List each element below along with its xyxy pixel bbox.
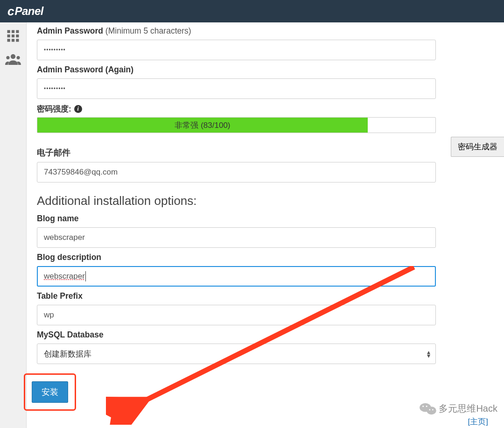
blog-description-field[interactable]: webscraper <box>37 266 436 287</box>
svg-rect-0 <box>7 30 10 33</box>
additional-options-title: Additional installation options: <box>37 194 436 208</box>
admin-password-label: Admin Password (Minimum 5 characters) <box>37 26 436 36</box>
admin-password-again-field[interactable] <box>37 78 436 99</box>
email-field[interactable] <box>37 162 436 182</box>
watermark: 多元思维Hack <box>419 402 497 415</box>
left-sidebar <box>0 22 27 428</box>
logo-mark: c <box>7 4 14 19</box>
password-strength-label-row: 密码强度: i <box>37 104 436 114</box>
svg-rect-1 <box>12 30 14 33</box>
mysql-database-select[interactable]: 创建新数据库 ▴▾ <box>37 344 436 364</box>
password-strength-fill: 非常强 (83/100) <box>37 118 368 133</box>
footer-link-text: 主页 <box>470 417 486 426</box>
svg-rect-7 <box>12 39 14 42</box>
info-icon[interactable]: i <box>74 105 82 113</box>
users-icon[interactable] <box>5 52 21 66</box>
password-strength-bar: 非常强 (83/100) <box>37 117 436 133</box>
wechat-icon <box>419 402 435 415</box>
password-generator-button[interactable]: 密码生成器 <box>451 137 504 157</box>
label-text: Admin Password <box>37 26 103 35</box>
svg-point-14 <box>427 407 437 414</box>
svg-rect-5 <box>16 35 19 37</box>
svg-rect-3 <box>7 35 10 37</box>
logo-text: Panel <box>14 5 43 18</box>
blog-name-label: Blog name <box>37 214 436 224</box>
password-generator-button-wrap: 密码生成器 <box>451 137 504 157</box>
svg-point-15 <box>423 406 424 407</box>
blog-name-field[interactable] <box>37 227 436 248</box>
svg-point-10 <box>6 56 9 59</box>
chevron-updown-icon: ▴▾ <box>427 350 430 358</box>
table-prefix-field[interactable] <box>37 305 436 325</box>
watermark-text: 多元思维Hack <box>439 402 497 415</box>
label-hint: (Minimum 5 characters) <box>105 26 191 35</box>
strength-text: 非常强 (83/100) <box>175 120 230 131</box>
top-bar: cPanel <box>0 0 504 22</box>
admin-password-again-label: Admin Password (Again) <box>37 65 436 75</box>
mysql-database-label: MySQL Database <box>37 330 436 340</box>
mysql-database-value: 创建新数据库 <box>44 349 91 359</box>
svg-rect-6 <box>7 39 10 42</box>
blog-description-value: webscraper <box>44 272 85 281</box>
svg-point-17 <box>429 409 431 411</box>
apps-grid-icon[interactable] <box>6 29 20 43</box>
text-cursor <box>85 271 86 281</box>
install-button[interactable]: 安装 <box>32 381 68 403</box>
install-highlight-box: 安装 <box>24 373 76 411</box>
brand-logo: cPanel <box>7 4 43 19</box>
svg-rect-2 <box>16 30 19 33</box>
blog-description-label: Blog description <box>37 253 436 262</box>
svg-point-11 <box>16 56 20 59</box>
admin-password-field[interactable] <box>37 40 436 60</box>
email-label: 电子邮件 <box>37 147 436 158</box>
svg-point-9 <box>11 54 15 59</box>
svg-rect-8 <box>16 39 19 42</box>
svg-rect-4 <box>12 35 14 37</box>
svg-point-16 <box>426 406 427 407</box>
strength-label: 密码强度: <box>37 104 71 114</box>
table-prefix-label: Table Prefix <box>37 291 436 301</box>
svg-point-18 <box>432 409 434 411</box>
footer-link[interactable]: [主页] <box>468 416 488 427</box>
